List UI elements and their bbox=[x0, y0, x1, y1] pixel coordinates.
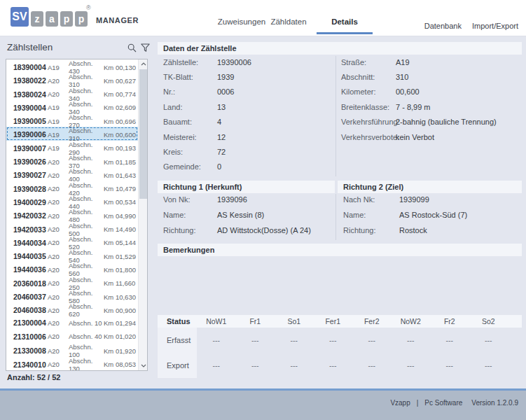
station-section: Abschn. 10 bbox=[69, 319, 104, 327]
field-value: 13 bbox=[217, 103, 226, 111]
list-item[interactable]: 19390005A19Abschn. 270Km 00,696 bbox=[6, 113, 138, 127]
column-divider bbox=[335, 56, 336, 176]
station-km: Km 00,130 bbox=[104, 64, 138, 71]
station-km: Km 14,490 bbox=[104, 225, 138, 233]
station-section: Abschn. 40 bbox=[69, 332, 104, 340]
station-road: A20 bbox=[48, 239, 69, 246]
scroll-up-icon[interactable] bbox=[139, 59, 148, 69]
status-cell: --- bbox=[430, 328, 469, 353]
list-item[interactable]: 19420032A20Abschn. 480Km 04,990 bbox=[6, 208, 138, 221]
list-item[interactable]: 19390006A19Abschn. 310Km 00,600 bbox=[6, 127, 138, 140]
station-km: Km 10,479 bbox=[104, 185, 138, 192]
station-road: A20 bbox=[48, 347, 69, 355]
field-row: Verkehrsführung:2-bahnig (bauliche Trenn… bbox=[341, 115, 520, 130]
station-km: Km 01,920 bbox=[104, 347, 138, 355]
status-cell: --- bbox=[314, 328, 353, 353]
list-item[interactable]: 19380022A20Abschn. 310Km 00,627 bbox=[6, 73, 138, 86]
station-id: 19440036 bbox=[13, 265, 48, 274]
footer-app-name: Vzapp bbox=[390, 399, 410, 407]
search-icon[interactable] bbox=[127, 43, 137, 52]
station-km: Km 01,185 bbox=[104, 158, 138, 166]
list-item[interactable]: 19390027A20Abschn. 400Km 01,643 bbox=[6, 167, 138, 181]
list-item[interactable]: 21340010A20Abschn. 130Km 08,053 bbox=[6, 357, 138, 370]
field-label: Abschnitt: bbox=[341, 73, 396, 81]
logo-letter: a bbox=[46, 11, 58, 27]
list-item[interactable]: 21300004A20Abschn. 10Km 01,294 bbox=[6, 316, 138, 330]
list-item[interactable]: 19440034A20Abschn. 520Km 05,144 bbox=[6, 235, 138, 248]
station-km: Km 11,660 bbox=[104, 279, 138, 287]
status-header-label: Status bbox=[158, 317, 197, 326]
station-road: A19 bbox=[48, 118, 69, 125]
result-count: Anzahl: 52 / 52 bbox=[7, 373, 60, 382]
list-item[interactable]: 21310006A20Abschn. 40Km 01,020 bbox=[6, 330, 138, 343]
list-item[interactable]: 19420033A20Abschn. 500Km 14,490 bbox=[6, 222, 138, 235]
station-km: Km 02,609 bbox=[104, 104, 138, 111]
station-km: Km 00,900 bbox=[104, 307, 138, 314]
datenbank-button[interactable]: Datenbank bbox=[424, 22, 462, 30]
column-divider bbox=[335, 194, 336, 240]
field-row: Meisterei:12 bbox=[163, 130, 334, 144]
list-item[interactable]: 19440035A20Abschn. 540Km 01,529 bbox=[6, 248, 138, 262]
import-export-button[interactable]: Import/Export bbox=[472, 22, 518, 30]
station-list-rows: 18390004A19Abschn. 430Km 00,13019380022A… bbox=[6, 59, 138, 370]
status-cell: --- bbox=[314, 353, 353, 378]
station-id: 21340010 bbox=[13, 360, 48, 369]
status-column-header: Fer1 bbox=[314, 317, 353, 326]
station-id: 19390004 bbox=[13, 104, 48, 112]
station-road: A20 bbox=[48, 332, 69, 340]
scrollbar-thumb[interactable] bbox=[139, 69, 147, 199]
list-item[interactable]: 19390007A19Abschn. 290Km 00,193 bbox=[6, 141, 138, 154]
station-km: Km 01,294 bbox=[104, 319, 138, 327]
station-id: 19440035 bbox=[13, 252, 48, 260]
field-row: Name:AS Kessin (8) bbox=[163, 207, 334, 223]
station-id: 21300004 bbox=[13, 318, 48, 327]
list-item[interactable]: 19440036A20Abschn. 560Km 01,800 bbox=[6, 262, 138, 275]
field-label: Land: bbox=[163, 103, 217, 111]
list-item[interactable]: 19390028A20Abschn. 420Km 10,479 bbox=[6, 181, 138, 195]
station-id: 19400029 bbox=[13, 198, 48, 206]
list-item[interactable]: 20460038A20Abschn. 620Km 00,900 bbox=[6, 302, 138, 316]
station-id: 19420032 bbox=[13, 211, 48, 220]
status-column-header: Fr1 bbox=[236, 317, 275, 326]
station-road: A20 bbox=[48, 77, 69, 85]
field-label: Name: bbox=[343, 211, 399, 219]
list-item[interactable]: 21330008A20Abschn. 100Km 01,920 bbox=[6, 343, 138, 356]
tab-zaehldaten[interactable]: Zähldaten bbox=[270, 18, 306, 34]
station-section: Abschn. 620 bbox=[69, 302, 104, 318]
field-value: 00,600 bbox=[396, 88, 420, 96]
status-cell: --- bbox=[469, 328, 508, 353]
footer: Vzapp | Pc Software Version 1.2.0.9 bbox=[0, 391, 526, 420]
field-value: 2-bahnig (bauliche Trennung) bbox=[396, 118, 497, 126]
scroll-down-icon[interactable] bbox=[139, 361, 148, 370]
field-row: Richtung:AD Wittstock(Dosse) (A 24) bbox=[163, 223, 334, 238]
station-km: Km 00,627 bbox=[104, 77, 138, 85]
list-item[interactable]: 18390004A19Abschn. 430Km 00,130 bbox=[6, 59, 138, 73]
field-label: Verkehrsverbote: bbox=[341, 133, 396, 141]
list-item[interactable]: 20460037A20Abschn. 580Km 10,630 bbox=[6, 289, 138, 302]
tab-zuweisungen[interactable]: Zuweisungen bbox=[218, 18, 265, 34]
station-id: 19390028 bbox=[13, 185, 48, 193]
status-column-header: Fr2 bbox=[430, 317, 469, 326]
logo-sv-box: SV bbox=[11, 7, 29, 27]
station-km: Km 00,696 bbox=[104, 118, 138, 125]
field-row: Land:13 bbox=[163, 99, 334, 114]
tab-details[interactable]: Details bbox=[317, 18, 373, 34]
field-value: 12 bbox=[217, 133, 226, 141]
station-id: 21330008 bbox=[13, 346, 48, 355]
station-road: A20 bbox=[48, 266, 69, 274]
list-item[interactable]: 20360018A20Abschn. 250Km 11,660 bbox=[6, 276, 138, 289]
field-row: Bauamt:4 bbox=[163, 115, 334, 130]
station-road: A20 bbox=[48, 307, 69, 314]
list-item[interactable]: 19390026A20Abschn. 370Km 01,185 bbox=[6, 154, 138, 167]
station-id: 19390005 bbox=[13, 117, 48, 125]
list-item[interactable]: 19400029A20Abschn. 440Km 00,534 bbox=[6, 195, 138, 208]
field-value: Rostock bbox=[399, 226, 427, 234]
field-row: Abschnitt:310 bbox=[341, 69, 520, 84]
field-label: Verkehrsführung: bbox=[341, 118, 396, 126]
list-item[interactable]: 19390004A19Abschn. 340Km 02,609 bbox=[6, 100, 138, 113]
list-item[interactable]: 19380024A20Abschn. 340Km 00,774 bbox=[6, 87, 138, 100]
station-section: Abschn. 130 bbox=[69, 357, 104, 370]
list-scrollbar[interactable] bbox=[138, 59, 147, 370]
filter-icon[interactable] bbox=[141, 43, 150, 52]
status-cell: --- bbox=[197, 328, 236, 353]
